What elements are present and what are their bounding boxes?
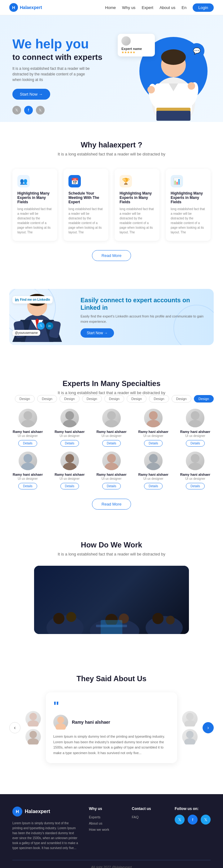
linkedin-cta-button[interactable]: Start Now →: [80, 328, 114, 338]
expert-details-btn-8[interactable]: Details: [144, 483, 163, 489]
testimonial-container: ‹ " Ramy hani alshaer Lorem Ipsum is sim…: [9, 692, 214, 763]
expert-details-btn-7[interactable]: Details: [102, 483, 121, 489]
linkedin-username: @yourusername: [12, 330, 40, 336]
footer-twitter-icon[interactable]: 𝕏: [175, 815, 185, 825]
svg-point-28: [191, 411, 199, 420]
side-avatar-right-0: [182, 711, 197, 726]
nav-lang[interactable]: En: [182, 5, 186, 10]
why-section: Why halaexpert ? It is a long establishe…: [0, 122, 223, 273]
expert-details-btn-4[interactable]: Details: [186, 440, 205, 446]
social-twitter-icon[interactable]: 𝕏: [12, 106, 21, 115]
svg-point-26: [149, 411, 158, 420]
filter-tab-4[interactable]: Design: [104, 395, 124, 403]
expert-details-btn-1[interactable]: Details: [61, 440, 79, 446]
expert-name-5: Ramy hani alshaer: [9, 473, 46, 476]
expert-avatar-8: [144, 452, 162, 470]
filter-tab-0[interactable]: Design: [15, 395, 35, 403]
filter-tab-7[interactable]: Design: [172, 395, 191, 403]
filter-tab-5[interactable]: Design: [127, 395, 147, 403]
svg-point-21: [21, 420, 35, 427]
expert-card-6: Ramy hani alshaer UI ux designer Details: [51, 452, 88, 489]
filter-tab-1[interactable]: Design: [37, 395, 57, 403]
svg-point-53: [29, 731, 37, 738]
expert-details-btn-3[interactable]: Details: [144, 440, 163, 446]
testimonial-card: " Ramy hani alshaer Lorem Ipsum is simpl…: [46, 692, 177, 763]
svg-point-39: [188, 463, 202, 470]
why-card-0: 👥 Highlighting Many Experts in Many Fiel…: [12, 169, 57, 241]
filter-tab-6[interactable]: Design: [149, 395, 169, 403]
svg-point-20: [24, 411, 32, 420]
footer-link-experts[interactable]: Experts: [89, 815, 123, 819]
expert-name-8: Ramy hani alshaer: [135, 473, 172, 476]
why-title: Why halaexpert ?: [12, 141, 211, 149]
footer-link-about[interactable]: About us: [89, 822, 123, 825]
filter-tab-3[interactable]: Design: [82, 395, 102, 403]
nav-whyus[interactable]: Why us: [122, 5, 135, 10]
expert-role-2: UI ux designer: [93, 434, 130, 438]
expert-avatar-9: [186, 452, 205, 470]
svg-point-55: [57, 717, 64, 723]
testimonial-next-button[interactable]: ›: [202, 722, 214, 733]
hero-left: We help you to connect with experts It i…: [12, 31, 118, 115]
experts-title: Experts In Many Specialties: [9, 379, 214, 388]
svg-point-32: [65, 454, 74, 463]
nav-home[interactable]: Home: [105, 5, 116, 10]
experts-read-more-button[interactable]: Read More: [92, 499, 131, 509]
hero-chat-bubble: 💬: [189, 43, 205, 59]
expert-avatar-1: [61, 409, 79, 427]
expert-card-2: Ramy hani alshaer UI ux designer Details: [93, 409, 130, 446]
footer-twitter2-icon[interactable]: 𝕏: [201, 815, 211, 825]
expert-role-0: UI ux designer: [9, 434, 46, 438]
hero-cta-button[interactable]: Start Now →: [12, 89, 50, 100]
expert-details-btn-5[interactable]: Details: [18, 483, 37, 489]
svg-point-56: [55, 723, 66, 730]
social-twitter2-icon[interactable]: 𝕏: [36, 106, 45, 115]
expert-name-9: Ramy hani alshaer: [177, 473, 214, 476]
expert-card-0: Ramy hani alshaer UI ux designer Details: [9, 409, 46, 446]
why-card-title-1: Schedule Your Meeting With The Expert: [69, 191, 104, 204]
nav-expert[interactable]: Expert: [142, 5, 153, 10]
side-avatar-right-1: [182, 729, 197, 744]
why-card-title-2: Highlighting Many Experts in Many Fields: [119, 191, 154, 204]
experts-grid: Ramy hani alshaer UI ux designer Details…: [9, 409, 214, 489]
expert-avatar-6: [61, 452, 79, 470]
social-facebook-icon[interactable]: f: [24, 106, 33, 115]
footer-follow-label: Follow us on:: [175, 807, 211, 811]
twitter-icon-small: 𝕏: [37, 322, 45, 330]
svg-point-27: [147, 420, 160, 427]
footer-link-howwework[interactable]: How we work: [89, 828, 123, 831]
nav-about[interactable]: About us: [159, 5, 175, 10]
svg-point-47: [152, 613, 163, 624]
expert-name-1: Ramy hani alshaer: [51, 430, 88, 434]
footer-link-faq[interactable]: FAQ: [132, 815, 166, 819]
expert-details-btn-2[interactable]: Details: [102, 440, 121, 446]
filter-tab-2[interactable]: Design: [60, 395, 79, 403]
linkedin-right: Easily connect to expert accounts on Lin…: [77, 289, 214, 345]
testimonial-prev-button[interactable]: ‹: [9, 722, 21, 733]
testimonial-name: Ramy hani alshaer: [72, 720, 110, 725]
svg-point-2: [161, 49, 186, 65]
expert-details-btn-0[interactable]: Details: [18, 440, 37, 446]
filter-tab-8-active[interactable]: Design: [194, 395, 214, 403]
login-button[interactable]: Login: [193, 3, 214, 12]
expert-details-btn-9[interactable]: Details: [186, 483, 205, 489]
hero-expert-card: Expert name ★★★★★: [118, 34, 155, 57]
footer-follow-col: Follow us on: 𝕏 f 𝕏: [175, 807, 211, 850]
why-card-title-3: Highlighting Many Experts in Many Fields: [171, 191, 206, 204]
svg-point-24: [107, 411, 116, 420]
svg-point-57: [186, 713, 194, 720]
footer-col-title-0: Why us: [89, 807, 123, 811]
expert-name-6: Ramy hani alshaer: [51, 473, 88, 476]
footer-facebook-icon[interactable]: f: [188, 815, 197, 825]
expert-details-btn-6[interactable]: Details: [61, 483, 79, 489]
footer-logo: H Halaexpert: [12, 807, 80, 816]
why-card-text-0: long established fact that a reader will…: [17, 207, 52, 235]
nav-logo[interactable]: H Halaexpert: [9, 3, 42, 12]
experts-section: Experts In Many Specialties It is a long…: [0, 361, 223, 522]
side-avatar-left-0: [26, 711, 41, 726]
why-read-more-button[interactable]: Read More: [92, 250, 131, 261]
linkedin-title: Easily connect to expert accounts on Lin…: [80, 297, 205, 311]
hero-socials: 𝕏 f 𝕏: [12, 106, 118, 115]
svg-point-23: [63, 420, 76, 427]
svg-point-54: [28, 738, 39, 744]
